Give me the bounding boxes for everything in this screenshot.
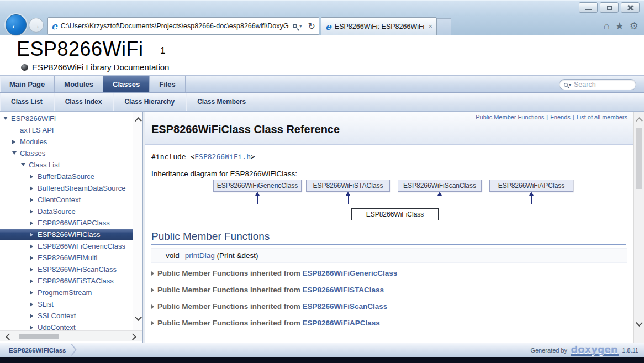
expand-arrow-icon[interactable] xyxy=(30,279,33,283)
url-bar[interactable]: e C:\Users\Krzysztof\Documents\Projects\… xyxy=(47,17,319,35)
inherited-section-esp8266wifigenericclass[interactable]: Public Member Functions inherited from E… xyxy=(151,265,627,281)
sidebar-item-esp8266wifimulti[interactable]: ESP8266WiFiMulti xyxy=(0,252,133,264)
expand-arrow-icon[interactable] xyxy=(30,291,33,295)
inherited-section-esp8266wifiscanclass[interactable]: Public Member Functions inherited from E… xyxy=(151,298,627,314)
expand-arrow-icon[interactable] xyxy=(30,325,33,330)
breadcrumb-item[interactable]: ESP8266WiFiClass xyxy=(9,343,66,357)
sidebar-item-label: SSLContext xyxy=(38,310,76,322)
expand-arrow-icon[interactable] xyxy=(151,271,154,276)
include-file-link[interactable]: ESP8266WiFi.h xyxy=(194,152,251,161)
sidebar-item-bufferedstreamdatasource[interactable]: BufferedStreamDataSource xyxy=(0,182,133,194)
expand-arrow-icon[interactable] xyxy=(30,244,33,249)
sidebar-item-modules[interactable]: Modules xyxy=(0,136,133,148)
refresh-icon[interactable]: ↻ xyxy=(308,21,315,31)
member-printdiag-link[interactable]: printDiag xyxy=(185,251,215,260)
sidebar-item-classes[interactable]: Classes xyxy=(0,148,133,159)
search-dropdown-caret-icon[interactable]: ▾ xyxy=(569,82,571,87)
expand-arrow-icon[interactable] xyxy=(12,140,15,144)
class-link-esp8266wifiapclass[interactable]: ESP8266WiFiAPClass xyxy=(303,319,380,327)
tab-modules[interactable]: Modules xyxy=(55,76,103,92)
collapse-arrow-icon[interactable] xyxy=(21,163,25,166)
summary-link-list-of-all-members[interactable]: List of all members xyxy=(577,114,627,120)
tab-files[interactable]: Files xyxy=(150,76,186,92)
sidebar-item-clientcontext[interactable]: ClientContext xyxy=(0,194,133,206)
subtab-class-list[interactable]: Class List xyxy=(0,93,54,111)
sidebar-item-sslcontext[interactable]: SSLContext xyxy=(0,310,133,322)
expand-arrow-icon[interactable] xyxy=(30,302,33,307)
sidebar-item-esp8266wifi[interactable]: ESP8266WiFi xyxy=(0,113,133,124)
collapse-arrow-icon[interactable] xyxy=(12,151,17,155)
summary-link-public-member-functions[interactable]: Public Member Functions xyxy=(476,114,544,120)
address-dropdown-caret-icon[interactable]: ▾ xyxy=(299,23,302,29)
doxygen-logo[interactable]: doxygen xyxy=(571,345,619,356)
sidebar-item-esp8266wifiapclass[interactable]: ESP8266WiFiAPClass xyxy=(0,217,133,229)
sidebar-item-progmemstream[interactable]: ProgmemStream xyxy=(0,287,133,298)
diagram-box-esp8266wifiscanclass[interactable]: ESP8266WiFiScanClass xyxy=(398,180,482,192)
subtab-class-index[interactable]: Class Index xyxy=(54,93,114,111)
new-tab-button[interactable] xyxy=(437,18,451,35)
scroll-up-icon[interactable] xyxy=(135,117,142,124)
browser-tab[interactable]: e ESP8266WiFi: ESP8266WiFi... × xyxy=(321,17,437,35)
sidebar-item-esp8266wifistaclass[interactable]: ESP8266WiFiSTAClass xyxy=(0,275,133,287)
tab-classes[interactable]: Classes xyxy=(103,76,150,92)
expand-arrow-icon[interactable] xyxy=(30,198,33,202)
sidebar-item-udpcontext[interactable]: UdpContext xyxy=(0,322,133,330)
inheritance-connector-line xyxy=(348,195,349,204)
expand-arrow-icon[interactable] xyxy=(151,288,154,292)
scroll-down-icon[interactable] xyxy=(135,314,142,321)
tab-main-page[interactable]: Main Page xyxy=(0,76,55,92)
expand-arrow-icon[interactable] xyxy=(151,304,154,309)
sidebar-item-esp8266wificlass[interactable]: ESP8266WiFiClass xyxy=(0,229,133,240)
collapse-arrow-icon[interactable] xyxy=(3,117,8,120)
restore-button[interactable] xyxy=(600,2,619,13)
expand-arrow-icon[interactable] xyxy=(30,233,33,237)
diagram-box-esp8266wifistaclass[interactable]: ESP8266WiFiSTAClass xyxy=(306,180,390,192)
sidebar-item-label: ESP8266WiFiMulti xyxy=(38,252,97,264)
tab-close-icon[interactable]: × xyxy=(428,22,432,30)
inherited-section-esp8266wifistaclass[interactable]: Public Member Functions inherited from E… xyxy=(151,282,627,298)
content-vertical-scrollbar[interactable] xyxy=(633,112,644,343)
subtab-class-hierarchy[interactable]: Class Hierarchy xyxy=(113,93,186,111)
subtab-class-members[interactable]: Class Members xyxy=(186,93,257,111)
sidebar-item-datasource[interactable]: DataSource xyxy=(0,206,133,217)
horizontal-scroll-thumb[interactable] xyxy=(19,334,59,339)
class-link-esp8266wifiscanclass[interactable]: ESP8266WiFiScanClass xyxy=(303,302,388,311)
sidebar-item-class-list[interactable]: Class List xyxy=(0,159,133,171)
address-search-icon[interactable] xyxy=(293,24,297,28)
expand-arrow-icon[interactable] xyxy=(30,221,33,225)
scroll-up-icon[interactable] xyxy=(636,117,643,124)
scroll-right-icon[interactable] xyxy=(129,333,136,340)
diagram-box-esp8266wifigenericclass[interactable]: ESP8266WiFiGenericClass xyxy=(213,180,302,192)
expand-arrow-icon[interactable] xyxy=(30,186,33,191)
scroll-left-icon[interactable] xyxy=(6,333,13,340)
diagram-box-esp8266wifiapclass[interactable]: ESP8266WiFiAPClass xyxy=(489,180,573,192)
summary-link-friends[interactable]: Friends xyxy=(550,114,571,120)
expand-arrow-icon[interactable] xyxy=(30,314,33,318)
sidebar-item-esp8266wifiscanclass[interactable]: ESP8266WiFiScanClass xyxy=(0,264,133,275)
class-link-esp8266wifistaclass[interactable]: ESP8266WiFiSTAClass xyxy=(303,286,384,294)
sidebar-item-label: ESP8266WiFiScanClass xyxy=(38,264,117,275)
class-link-esp8266wifigenericclass[interactable]: ESP8266WiFiGenericClass xyxy=(303,269,398,277)
expand-arrow-icon[interactable] xyxy=(151,321,154,325)
expand-arrow-icon[interactable] xyxy=(30,175,33,179)
expand-arrow-icon[interactable] xyxy=(30,267,33,272)
home-icon[interactable]: ⌂ xyxy=(604,19,610,33)
sidebar-horizontal-scrollbar[interactable] xyxy=(0,330,142,341)
minimize-button[interactable] xyxy=(579,2,598,13)
expand-arrow-icon[interactable] xyxy=(30,256,33,260)
sidebar-item-esp8266wifigenericclass[interactable]: ESP8266WiFiGenericClass xyxy=(0,240,133,252)
inherited-section-esp8266wifiapclass[interactable]: Public Member Functions inherited from E… xyxy=(151,315,627,331)
sidebar-vertical-scrollbar[interactable] xyxy=(133,112,142,330)
search-box[interactable]: ▾ Search xyxy=(559,79,636,90)
expand-arrow-icon[interactable] xyxy=(30,209,33,214)
vertical-scroll-thumb[interactable] xyxy=(636,128,642,189)
scroll-down-icon[interactable] xyxy=(636,319,643,327)
settings-gear-icon[interactable]: ⚙ xyxy=(630,19,638,33)
forward-button[interactable]: → xyxy=(29,18,44,33)
favorites-star-icon[interactable]: ★ xyxy=(615,19,624,33)
back-button[interactable]: ← xyxy=(6,14,27,35)
sidebar-item-axtls-api[interactable]: axTLS API xyxy=(0,124,133,136)
sidebar-item-bufferdatasource[interactable]: BufferDataSource xyxy=(0,171,133,182)
sidebar-item-slist[interactable]: SList xyxy=(0,298,133,310)
close-button[interactable] xyxy=(621,2,640,13)
